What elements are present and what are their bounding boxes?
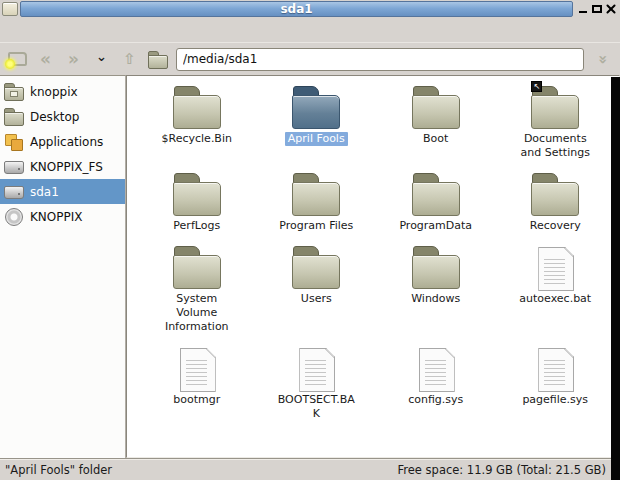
sidebar: knoppix Desktop Applications KNOPPIX_FS … — [0, 75, 126, 458]
sidebar-item-knoppix-fs[interactable]: KNOPPIX_FS — [0, 154, 125, 179]
sidebar-item-desktop[interactable]: Desktop — [0, 104, 125, 129]
new-tab-icon — [8, 52, 27, 66]
file-item-april-fools[interactable]: April Fools — [257, 86, 377, 146]
up-arrow-icon: ⇧ — [123, 52, 136, 67]
file-icon — [411, 173, 461, 217]
file-icon — [172, 86, 222, 130]
file-item-program-files[interactable]: Program Files — [257, 173, 377, 233]
file-icon — [411, 246, 461, 290]
file-item-recycle-bin[interactable]: $Recycle.Bin — [137, 86, 257, 146]
file-label: Windows — [411, 292, 460, 306]
menu-item-tools[interactable] — [93, 26, 111, 34]
file-icon — [411, 86, 461, 130]
window-title: sda1 — [280, 3, 312, 16]
file-item-pagefile-sys[interactable]: pagefile.sys — [496, 347, 616, 407]
sidebar-item-icon — [4, 183, 24, 200]
file-item-users[interactable]: Users — [257, 246, 377, 306]
status-free-space-text: Free space: 11.9 GB (Total: 21.5 GB) — [398, 463, 606, 477]
file-icon — [172, 246, 222, 290]
go-button[interactable]: » — [589, 46, 616, 72]
home-folder-icon — [148, 51, 168, 68]
file-label: config.sys — [408, 393, 463, 407]
up-button[interactable]: ⇧ — [116, 46, 143, 72]
home-button[interactable] — [144, 46, 171, 72]
file-item-documents-and-settings[interactable]: Documents and Settings — [496, 86, 616, 160]
sidebar-item-label: Applications — [30, 135, 103, 149]
status-selection-text: "April Fools" folder — [5, 463, 112, 477]
sidebar-item-label: Desktop — [30, 110, 80, 124]
go-down-icon: » — [595, 54, 610, 64]
sidebar-item-label: knoppix — [30, 85, 78, 99]
home-emblem — [10, 91, 18, 97]
sidebar-item-applications[interactable]: Applications — [0, 129, 125, 154]
chevron-down-icon: ⌄ — [96, 52, 107, 62]
file-icon — [172, 347, 222, 391]
file-label: Program Files — [279, 219, 353, 233]
file-item-windows[interactable]: Windows — [376, 246, 496, 306]
forward-button[interactable]: » — [60, 46, 87, 72]
window-menu-icon[interactable] — [2, 2, 18, 16]
back-button[interactable]: « — [32, 46, 59, 72]
file-label: autoexec.bat — [519, 292, 591, 306]
file-icon — [172, 173, 222, 217]
sidebar-item-label: KNOPPIX — [30, 210, 83, 224]
back-icon: « — [40, 51, 51, 68]
file-item-boot[interactable]: Boot — [376, 86, 496, 146]
file-icon — [291, 246, 341, 290]
titlebar[interactable]: sda1 — [20, 1, 573, 17]
sidebar-item-knoppix[interactable]: knoppix — [0, 79, 125, 104]
file-item-bootmgr[interactable]: bootmgr — [137, 347, 257, 407]
file-list-panel: $Recycle.Bin April Fools Boot Document — [126, 75, 620, 458]
file-icon — [291, 86, 341, 130]
file-label: PerfLogs — [173, 219, 220, 233]
file-icon — [530, 246, 580, 290]
menu-item-bookmarks[interactable] — [57, 26, 75, 34]
menu-item-file[interactable] — [3, 26, 21, 34]
file-item-bootsect-bak[interactable]: BOOTSECT.BAK — [257, 347, 377, 421]
file-label: pagefile.sys — [522, 393, 588, 407]
menu-item-view[interactable] — [75, 26, 93, 34]
sidebar-item-label: KNOPPIX_FS — [30, 160, 103, 174]
sidebar-item-label: sda1 — [30, 185, 59, 199]
file-icon — [291, 347, 341, 391]
file-icon — [530, 86, 580, 130]
menu-item-go[interactable] — [39, 26, 57, 34]
window-controls — [576, 3, 620, 15]
file-label: Users — [301, 292, 332, 306]
minimize-icon[interactable] — [577, 3, 589, 15]
sidebar-item-icon — [4, 108, 24, 125]
sidebar-item-icon — [4, 133, 24, 150]
content-area: knoppix Desktop Applications KNOPPIX_FS … — [0, 75, 620, 458]
file-label: Recovery — [530, 219, 581, 233]
file-item-autoexec-bat[interactable]: autoexec.bat — [496, 246, 616, 306]
sidebar-item-icon — [4, 83, 24, 100]
titlebar-row: sda1 — [0, 0, 620, 18]
menu-item-edit[interactable] — [21, 26, 39, 34]
toolbar: « » ⌄ ⇧ » — [0, 42, 620, 75]
file-label: Boot — [423, 132, 448, 146]
file-item-programdata[interactable]: ProgramData — [376, 173, 496, 233]
menu-item-help[interactable] — [111, 26, 129, 34]
close-icon[interactable] — [605, 3, 617, 15]
shortcut-arrow-emblem — [531, 81, 542, 92]
file-label: $Recycle.Bin — [162, 132, 232, 146]
desktop-background-strip — [611, 77, 620, 480]
file-label: Documents and Settings — [515, 132, 595, 160]
history-dropdown-button[interactable]: ⌄ — [88, 46, 115, 72]
file-item-recovery[interactable]: Recovery — [496, 173, 616, 233]
forward-icon: » — [68, 51, 79, 68]
sidebar-item-knoppix[interactable]: KNOPPIX — [0, 204, 125, 229]
file-manager-window: sda1 « » ⌄ ⇧ » knoppix Desktop — [0, 0, 620, 480]
maximize-icon[interactable] — [591, 3, 603, 15]
file-icon — [530, 347, 580, 391]
sidebar-item-sda1[interactable]: sda1 — [0, 179, 125, 204]
path-input[interactable] — [176, 48, 584, 71]
file-label: bootmgr — [173, 393, 220, 407]
file-item-config-sys[interactable]: config.sys — [376, 347, 496, 407]
file-item-perflogs[interactable]: PerfLogs — [137, 173, 257, 233]
file-item-system-volume-information[interactable]: System Volume Information — [137, 246, 257, 334]
new-tab-button[interactable] — [4, 46, 31, 72]
statusbar: "April Fools" folder Free space: 11.9 GB… — [0, 458, 620, 480]
sidebar-item-icon — [4, 208, 24, 225]
file-icon — [411, 347, 461, 391]
